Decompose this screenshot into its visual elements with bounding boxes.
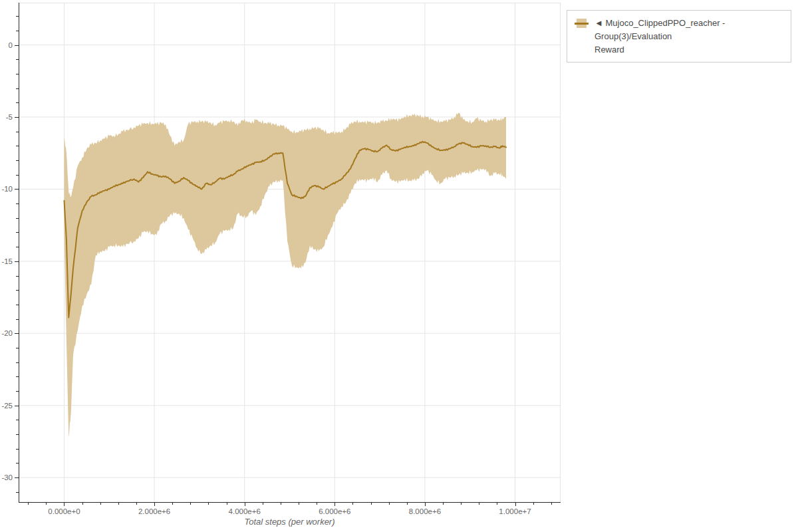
legend-label-line1: ◄ Mujoco_ClippedPPO_reacher - Group(3)/E… xyxy=(595,18,725,41)
legend-label-line2: Reward xyxy=(595,45,624,55)
y-tick-label: -20 xyxy=(1,329,13,337)
y-tick-label: -5 xyxy=(6,113,13,121)
confidence-band xyxy=(65,113,507,438)
legend-line-swatch xyxy=(575,23,589,25)
x-tick-label: 2.000e+6 xyxy=(138,507,170,515)
x-axis-title: Total steps (per worker) xyxy=(19,517,561,527)
x-tick-label: 1.000e+7 xyxy=(499,507,531,515)
legend-swatch-icon xyxy=(575,19,589,28)
x-tick-label: 6.000e+6 xyxy=(319,507,350,515)
figure: 0.000e+02.000e+64.000e+66.000e+68.000e+6… xyxy=(0,0,798,532)
y-tick-label: 0 xyxy=(9,41,13,49)
chart-canvas: 0.000e+02.000e+64.000e+66.000e+68.000e+6… xyxy=(0,0,798,532)
y-tick-label: -15 xyxy=(1,257,13,265)
y-tick-label: -25 xyxy=(1,402,13,410)
y-tick-label: -10 xyxy=(1,185,13,193)
legend-entry[interactable]: ◄ Mujoco_ClippedPPO_reacher - Group(3)/E… xyxy=(567,10,791,63)
x-tick-label: 4.000e+6 xyxy=(229,507,261,515)
y-tick-label: -30 xyxy=(1,473,13,481)
legend-label: ◄ Mujoco_ClippedPPO_reacher - Group(3)/E… xyxy=(595,17,784,57)
x-tick-label: 0.000e+0 xyxy=(48,507,80,515)
x-tick-label: 8.000e+6 xyxy=(409,507,441,515)
